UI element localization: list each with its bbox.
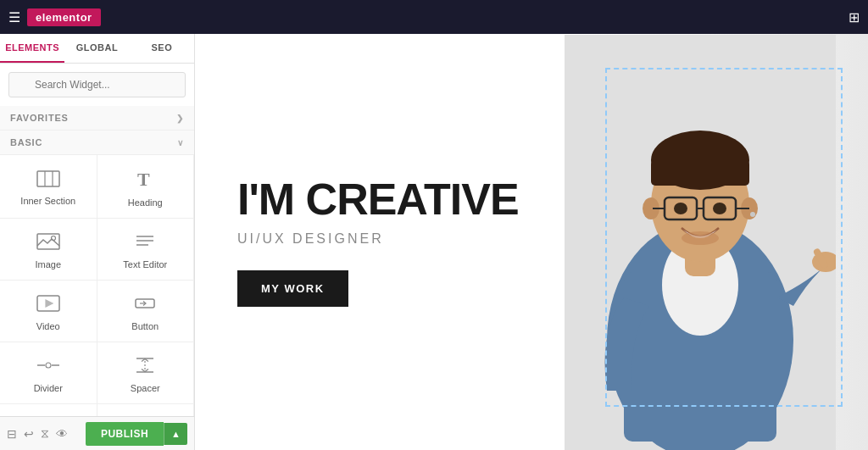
search-wrapper: 🔍 xyxy=(8,72,186,97)
basic-chevron-icon: ∨ xyxy=(177,138,184,147)
text-editor-label: Text Editor xyxy=(123,259,167,269)
widget-inner-section[interactable]: Inner Section xyxy=(0,155,97,219)
sidebar-tabs: ELEMENTS GLOBAL SEO xyxy=(0,34,194,64)
svg-point-13 xyxy=(46,363,51,368)
grid-icon[interactable]: ⊞ xyxy=(849,9,860,25)
history-icon[interactable]: ⧖ xyxy=(41,426,49,441)
favorites-chevron-icon: ❯ xyxy=(176,114,184,123)
widget-heading[interactable]: T Heading xyxy=(97,155,195,219)
eye-icon[interactable]: 👁 xyxy=(56,427,68,441)
elementor-logo: elementor xyxy=(27,8,101,26)
main-layout: ELEMENTS GLOBAL SEO 🔍 FAVORITES ❯ BASIC … xyxy=(0,34,868,450)
svg-point-37 xyxy=(674,203,687,214)
spacer-icon xyxy=(133,356,157,378)
publish-group: PUBLISH ▲ xyxy=(86,422,187,446)
person-area xyxy=(531,34,868,450)
divider-icon xyxy=(36,356,60,378)
canvas: I'M CREATIVE UI/UX DESIGNER MY WORK xyxy=(195,34,868,450)
search-input[interactable] xyxy=(8,72,186,97)
spacer-label: Spacer xyxy=(131,383,160,393)
widget-google-maps[interactable]: Google Maps xyxy=(0,404,97,416)
text-editor-icon xyxy=(133,232,157,254)
tab-elements[interactable]: ELEMENTS xyxy=(0,34,64,63)
hero-content: I'M CREATIVE UI/UX DESIGNER MY WORK xyxy=(195,34,868,450)
video-icon xyxy=(36,294,60,316)
top-bar: ☰ elementor ⊞ xyxy=(0,0,868,34)
tab-global[interactable]: GLOBAL xyxy=(64,34,129,63)
basic-label: BASIC xyxy=(10,137,42,147)
svg-point-38 xyxy=(713,203,726,214)
video-label: Video xyxy=(36,321,60,331)
person-image xyxy=(565,35,836,450)
favorites-section-header[interactable]: FAVORITES ❯ xyxy=(0,106,194,131)
heading-label: Heading xyxy=(128,197,163,208)
basic-section-header[interactable]: BASIC ∨ xyxy=(0,131,194,155)
layers-icon[interactable]: ⊟ xyxy=(7,427,17,441)
image-icon xyxy=(36,232,60,254)
publish-button[interactable]: PUBLISH xyxy=(86,422,164,446)
svg-point-39 xyxy=(682,231,719,245)
tab-seo[interactable]: SEO xyxy=(130,34,194,63)
bottom-bar: ⊟ ↩ ⧖ 👁 PUBLISH ▲ xyxy=(0,416,194,450)
widget-text-editor[interactable]: Text Editor xyxy=(97,219,195,281)
hero-text: I'M CREATIVE UI/UX DESIGNER MY WORK xyxy=(195,143,561,341)
widget-button[interactable]: Button xyxy=(97,281,195,342)
favorites-label: FAVORITES xyxy=(10,113,69,123)
publish-arrow-button[interactable]: ▲ xyxy=(164,423,187,445)
svg-point-31 xyxy=(750,212,755,217)
svg-point-5 xyxy=(51,236,55,241)
widget-image[interactable]: Image xyxy=(0,219,97,281)
heading-icon: T xyxy=(133,169,157,192)
inner-section-icon xyxy=(36,170,60,191)
svg-rect-0 xyxy=(37,171,59,186)
search-container: 🔍 xyxy=(0,64,194,106)
hamburger-icon[interactable]: ☰ xyxy=(8,9,20,25)
button-icon xyxy=(133,294,157,316)
sidebar: ELEMENTS GLOBAL SEO 🔍 FAVORITES ❯ BASIC … xyxy=(0,34,195,450)
svg-text:T: T xyxy=(137,169,150,189)
image-label: Image xyxy=(35,259,61,269)
divider-label: Divider xyxy=(34,383,63,393)
svg-rect-28 xyxy=(651,160,749,186)
hero-button[interactable]: MY WORK xyxy=(237,270,348,307)
widget-spacer[interactable]: Spacer xyxy=(97,342,195,404)
widget-icon[interactable]: Icon xyxy=(97,404,195,416)
inner-section-label: Inner Section xyxy=(20,196,75,206)
top-bar-left: ☰ elementor xyxy=(8,8,101,26)
hero-subtitle: UI/UX DESIGNER xyxy=(237,231,519,247)
undo-icon[interactable]: ↩ xyxy=(24,427,34,441)
widgets-grid: Inner Section T Heading xyxy=(0,155,194,416)
widgets-area: Inner Section T Heading xyxy=(0,155,194,416)
widget-video[interactable]: Video xyxy=(0,281,97,342)
button-label: Button xyxy=(131,321,159,331)
bottom-bar-left: ⊟ ↩ ⧖ 👁 xyxy=(7,426,68,441)
widget-divider[interactable]: Divider xyxy=(0,342,97,404)
svg-marker-10 xyxy=(46,300,53,307)
hero-title: I'M CREATIVE xyxy=(237,177,519,221)
